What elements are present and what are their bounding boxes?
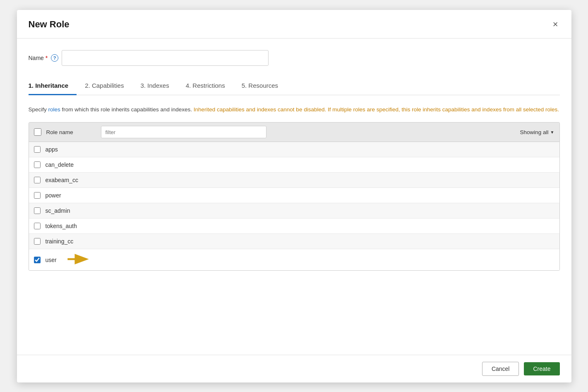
role-name-power: power [46,192,61,199]
table-row: tokens_auth [29,219,559,234]
tab-restrictions[interactable]: 4. Restrictions [186,78,233,95]
select-all-checkbox[interactable] [34,128,41,136]
modal-header: New Role × [17,10,571,38]
role-name-exabeam-cc: exabeam_cc [46,177,78,183]
table-row: power [29,188,559,203]
tab-capabilities[interactable]: 2. Capabilities [85,78,132,95]
tabs-container: 1. Inheritance 2. Capabilities 3. Indexe… [29,77,560,95]
new-role-modal: New Role × Name * ? 1. Inheritance 2. Ca… [17,10,571,382]
create-button[interactable]: Create [524,362,559,375]
chevron-down-icon: ▼ [550,130,554,135]
role-name-sc-admin: sc_admin [46,207,70,214]
row-checkbox-sc-admin[interactable] [34,207,41,214]
inheritance-tab-content: Specify roles from which this role inher… [29,95,560,271]
required-indicator: * [46,55,48,61]
name-row: Name * ? [29,50,560,66]
role-name-tokens-auth: tokens_auth [46,223,77,229]
row-checkbox-user[interactable] [34,257,41,263]
description-text-2: Inherited capabilities and indexes canno… [194,106,559,113]
table-row: exabeam_cc [29,173,559,188]
row-checkbox-exabeam-cc[interactable] [34,177,41,183]
role-name-apps: apps [46,146,58,153]
row-checkbox-can-delete[interactable] [34,161,41,168]
modal-title: New Role [29,19,70,30]
modal-body: Name * ? 1. Inheritance 2. Capabilities … [17,38,571,355]
cancel-button[interactable]: Cancel [482,362,519,376]
name-input[interactable] [62,50,269,66]
name-label: Name * [29,55,48,61]
table-row: apps [29,142,559,157]
roles-table: Role name Showing all ▼ apps can_delete [29,122,560,271]
filter-input[interactable] [101,126,266,138]
tab-indexes[interactable]: 3. Indexes [140,78,177,95]
close-button[interactable]: × [551,18,560,31]
role-name-can-delete: can_delete [46,161,74,168]
row-checkbox-apps[interactable] [34,146,41,153]
arrow-indicator [66,253,91,266]
help-icon[interactable]: ? [51,54,58,62]
role-name-user: user [46,257,57,263]
table-row: sc_admin [29,203,559,219]
inheritance-description: Specify roles from which this role inher… [29,105,560,114]
tab-inheritance[interactable]: 1. Inheritance [29,78,77,95]
role-name-training-cc: training_cc [46,238,74,245]
row-checkbox-power[interactable] [34,192,41,199]
table-row: can_delete [29,157,559,173]
role-name-column-header: Role name [46,129,96,135]
table-header: Role name Showing all ▼ [29,123,559,142]
tab-resources[interactable]: 5. Resources [242,78,286,95]
description-text-1: Specify roles from which this role inher… [29,106,194,113]
modal-footer: Cancel Create [17,355,571,382]
row-checkbox-training-cc[interactable] [34,238,41,245]
showing-all-dropdown[interactable]: Showing all ▼ [520,129,554,135]
table-row: user [29,249,559,270]
table-row: training_cc [29,234,559,249]
row-checkbox-tokens-auth[interactable] [34,223,41,229]
